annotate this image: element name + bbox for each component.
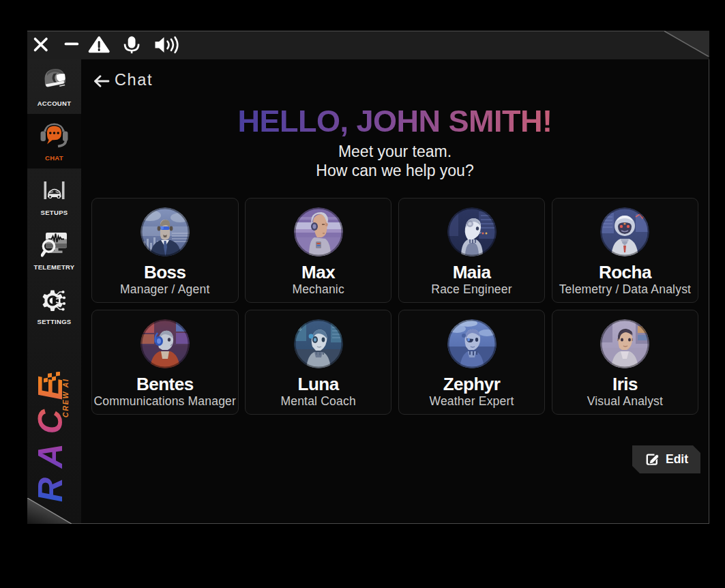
svg-text:CREW AI: CREW AI xyxy=(61,379,70,417)
